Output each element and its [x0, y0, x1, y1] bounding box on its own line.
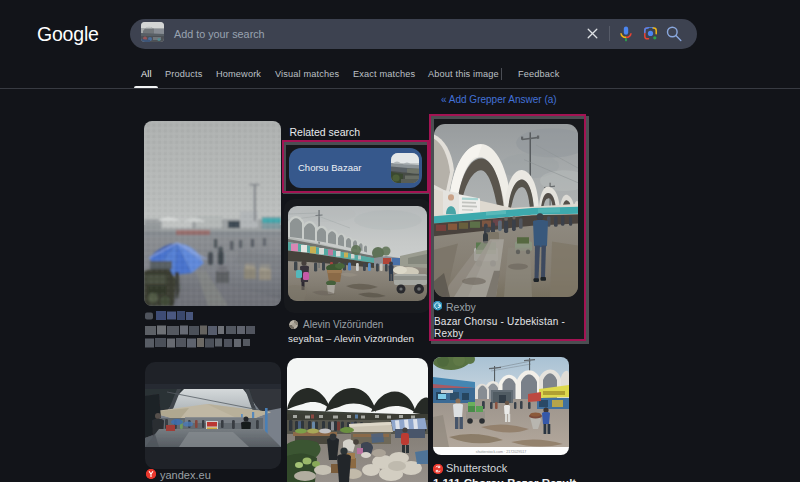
- svg-text:shutterstock.com · 2172029517: shutterstock.com · 2172029517: [476, 450, 526, 454]
